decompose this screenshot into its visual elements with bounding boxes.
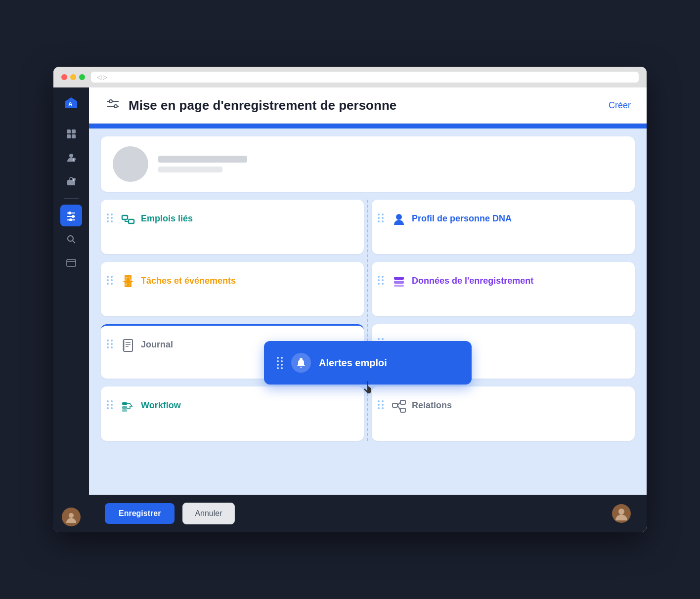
page-title: Mise en page d'enregistrement de personn…: [129, 98, 396, 113]
card-emplois-lies[interactable]: Emplois liés: [101, 200, 364, 254]
profile-card: [101, 136, 635, 192]
profile-line-name: [158, 156, 247, 163]
svg-rect-43: [400, 408, 405, 412]
footer-avatar: [612, 504, 631, 523]
svg-point-46: [618, 509, 624, 514]
create-link[interactable]: Créer: [609, 100, 631, 111]
svg-point-5: [69, 154, 73, 158]
svg-rect-19: [67, 259, 76, 266]
floating-card-title: Alertes emploi: [319, 357, 387, 369]
sidebar-item-grid[interactable]: [60, 123, 82, 145]
content-area: Emplois liés: [89, 128, 647, 495]
taches-icon: [119, 273, 137, 291]
svg-rect-41: [393, 403, 397, 407]
svg-rect-30: [394, 277, 404, 280]
sidebar-item-search[interactable]: [60, 228, 82, 250]
svg-point-14: [72, 215, 75, 218]
drag-handle-journal[interactable]: [105, 338, 115, 350]
svg-rect-33: [124, 340, 132, 351]
svg-line-18: [73, 241, 75, 243]
svg-rect-32: [394, 285, 404, 287]
nav-arrows: ◁ ▷: [97, 74, 107, 81]
header: Mise en page d'enregistrement de personn…: [89, 87, 647, 124]
svg-point-23: [109, 100, 112, 103]
drag-handle-emplois[interactable]: [105, 212, 115, 224]
svg-rect-4: [72, 134, 76, 138]
drag-handle-relations[interactable]: [376, 398, 386, 411]
svg-rect-42: [400, 400, 405, 404]
svg-point-28: [396, 214, 402, 220]
cards-grid: Emplois liés: [101, 200, 635, 441]
browser-titlebar: ◁ ▷: [53, 67, 647, 87]
profile-lines: [158, 156, 247, 172]
svg-line-44: [397, 402, 400, 405]
svg-rect-2: [72, 129, 76, 133]
cancel-button[interactable]: Annuler: [182, 503, 234, 524]
emplois-icon: [119, 211, 137, 228]
floating-drag-handle[interactable]: [277, 357, 283, 369]
drag-handle-donnees[interactable]: [376, 274, 386, 287]
card-title-journal: Journal: [141, 337, 173, 350]
card-donnees[interactable]: Données de l'enregistrement: [372, 262, 635, 316]
drag-handle-taches[interactable]: [105, 274, 115, 287]
floating-bell-icon: [291, 353, 311, 373]
drag-cursor: [361, 380, 375, 398]
card-title-emplois: Emplois liés: [141, 211, 193, 224]
card-relations[interactable]: Relations: [372, 386, 635, 441]
card-title-workflow: Workflow: [141, 397, 181, 411]
svg-point-16: [69, 218, 72, 221]
svg-line-45: [397, 405, 400, 410]
browser-dots: [61, 74, 85, 80]
drag-handle-workflow[interactable]: [105, 398, 115, 411]
svg-rect-31: [394, 281, 404, 284]
svg-text:A: A: [68, 101, 73, 108]
card-taches[interactable]: Tâches et événements: [101, 262, 364, 316]
main-content: Mise en page d'enregistrement de personn…: [89, 87, 647, 532]
svg-rect-3: [67, 134, 71, 138]
card-title-taches: Tâches et événements: [141, 273, 236, 286]
dot-close[interactable]: [61, 74, 67, 80]
sidebar-item-bag[interactable]: $: [60, 171, 82, 192]
browser-window: ◁ ▷ A: [53, 67, 647, 532]
floating-drag-card[interactable]: Alertes emploi: [264, 341, 472, 385]
sidebar-item-browser[interactable]: [60, 252, 82, 274]
workflow-icon: [119, 397, 137, 415]
svg-rect-40: [122, 409, 127, 412]
dot-minimize[interactable]: [70, 74, 76, 80]
sidebar-avatar[interactable]: [62, 508, 81, 526]
svg-point-12: [68, 212, 71, 214]
svg-text:$: $: [73, 158, 75, 161]
blue-accent-strip: [89, 124, 647, 128]
avatar-placeholder: [113, 146, 148, 182]
profile-line-subtitle: [158, 167, 222, 172]
header-left: Mise en page d'enregistrement de personn…: [105, 96, 396, 114]
sidebar-item-person[interactable]: $: [60, 147, 82, 169]
sidebar: A $: [53, 87, 89, 532]
svg-rect-38: [122, 402, 127, 405]
settings-icon: [105, 96, 121, 114]
sidebar-divider: [64, 198, 79, 199]
dot-maximize[interactable]: [79, 74, 85, 80]
card-title-profil: Profil de personne DNA: [412, 211, 512, 224]
svg-rect-26: [122, 215, 128, 219]
app-container: A $: [53, 87, 647, 532]
sidebar-logo[interactable]: A: [61, 93, 81, 113]
save-button[interactable]: Enregistrer: [105, 503, 175, 524]
browser-address[interactable]: ◁ ▷: [91, 72, 639, 83]
svg-point-17: [68, 236, 73, 241]
card-title-donnees: Données de l'enregistrement: [412, 273, 533, 286]
profil-icon: [390, 211, 408, 228]
svg-rect-1: [67, 129, 71, 133]
card-profil-personne[interactable]: Profil de personne DNA: [372, 200, 635, 254]
relations-icon: [390, 397, 408, 415]
drag-handle-profil[interactable]: [376, 212, 386, 224]
card-title-relations: Relations: [412, 397, 452, 411]
donnees-icon: [390, 273, 408, 291]
footer: Enregistrer Annuler: [89, 495, 647, 532]
svg-rect-39: [122, 406, 127, 409]
svg-rect-37: [123, 341, 125, 350]
card-workflow[interactable]: Workflow: [101, 386, 364, 441]
svg-text:$: $: [73, 178, 75, 181]
sidebar-item-sliders[interactable]: [60, 205, 82, 226]
svg-point-21: [69, 513, 74, 518]
